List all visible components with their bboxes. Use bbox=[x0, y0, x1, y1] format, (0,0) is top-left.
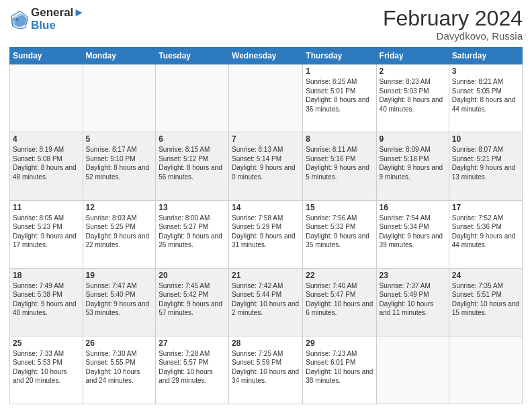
cell-day-number: 12 bbox=[86, 203, 153, 212]
cell-day-number: 21 bbox=[232, 271, 300, 280]
calendar-cell bbox=[10, 64, 83, 132]
calendar-cell: 28Sunrise: 7:25 AM Sunset: 5:59 PM Dayli… bbox=[229, 336, 303, 404]
calendar-cell bbox=[156, 64, 229, 132]
cell-day-number: 14 bbox=[232, 203, 300, 212]
cell-info: Sunrise: 7:45 AM Sunset: 5:42 PM Dayligh… bbox=[159, 281, 226, 318]
cell-info: Sunrise: 8:23 AM Sunset: 5:03 PM Dayligh… bbox=[380, 77, 446, 113]
calendar-cell: 7Sunrise: 8:13 AM Sunset: 5:14 PM Daylig… bbox=[229, 132, 303, 200]
cell-day-number: 28 bbox=[232, 338, 300, 348]
svg-text:GB: GB bbox=[12, 17, 19, 22]
calendar-cell: 23Sunrise: 7:37 AM Sunset: 5:49 PM Dayli… bbox=[376, 268, 449, 336]
calendar-week-5: 25Sunrise: 7:33 AM Sunset: 5:53 PM Dayli… bbox=[10, 336, 523, 404]
calendar-cell: 18Sunrise: 7:49 AM Sunset: 5:38 PM Dayli… bbox=[10, 268, 83, 336]
cell-info: Sunrise: 7:58 AM Sunset: 5:29 PM Dayligh… bbox=[232, 214, 300, 250]
cell-day-number: 16 bbox=[380, 203, 446, 212]
cell-info: Sunrise: 8:09 AM Sunset: 5:18 PM Dayligh… bbox=[380, 145, 446, 181]
cell-day-number: 24 bbox=[452, 271, 519, 280]
calendar-cell bbox=[449, 336, 522, 404]
cell-day-number: 11 bbox=[13, 203, 80, 212]
calendar-cell: 9Sunrise: 8:09 AM Sunset: 5:18 PM Daylig… bbox=[376, 132, 449, 200]
logo-text: General► Blue bbox=[31, 7, 85, 32]
cell-info: Sunrise: 8:07 AM Sunset: 5:21 PM Dayligh… bbox=[452, 145, 519, 181]
calendar-cell: 13Sunrise: 8:00 AM Sunset: 5:27 PM Dayli… bbox=[156, 200, 229, 268]
cell-info: Sunrise: 7:33 AM Sunset: 5:53 PM Dayligh… bbox=[13, 349, 80, 385]
calendar-cell: 15Sunrise: 7:56 AM Sunset: 5:32 PM Dayli… bbox=[303, 200, 376, 268]
cell-day-number: 3 bbox=[452, 66, 519, 76]
cell-day-number: 27 bbox=[159, 338, 226, 348]
calendar-week-2: 4Sunrise: 8:19 AM Sunset: 5:08 PM Daylig… bbox=[10, 132, 523, 200]
calendar-cell: 10Sunrise: 8:07 AM Sunset: 5:21 PM Dayli… bbox=[449, 132, 522, 200]
header-thursday: Thursday bbox=[303, 48, 376, 64]
cell-day-number: 13 bbox=[159, 203, 226, 212]
header-monday: Monday bbox=[83, 48, 156, 64]
cell-day-number: 7 bbox=[232, 134, 300, 144]
calendar-cell: 26Sunrise: 7:30 AM Sunset: 5:55 PM Dayli… bbox=[83, 336, 156, 404]
calendar-cell: 22Sunrise: 7:40 AM Sunset: 5:47 PM Dayli… bbox=[303, 268, 376, 336]
cell-day-number: 23 bbox=[380, 271, 446, 280]
cell-info: Sunrise: 7:56 AM Sunset: 5:32 PM Dayligh… bbox=[306, 214, 373, 250]
cell-day-number: 1 bbox=[306, 66, 373, 76]
cell-info: Sunrise: 7:23 AM Sunset: 6:01 PM Dayligh… bbox=[306, 349, 373, 385]
cell-day-number: 15 bbox=[306, 203, 373, 212]
header: GB General► Blue February 2024 Davydkovo… bbox=[9, 7, 523, 42]
cell-day-number: 26 bbox=[86, 338, 153, 348]
calendar-cell: 3Sunrise: 8:21 AM Sunset: 5:05 PM Daylig… bbox=[449, 64, 522, 132]
logo: GB General► Blue bbox=[9, 7, 85, 32]
calendar-cell: 1Sunrise: 8:25 AM Sunset: 5:01 PM Daylig… bbox=[303, 64, 376, 132]
cell-info: Sunrise: 8:17 AM Sunset: 5:10 PM Dayligh… bbox=[86, 145, 153, 181]
calendar-week-1: 1Sunrise: 8:25 AM Sunset: 5:01 PM Daylig… bbox=[10, 64, 523, 132]
cell-info: Sunrise: 8:13 AM Sunset: 5:14 PM Dayligh… bbox=[232, 145, 300, 181]
cell-info: Sunrise: 7:40 AM Sunset: 5:47 PM Dayligh… bbox=[306, 281, 373, 318]
calendar-cell bbox=[229, 64, 303, 132]
cell-day-number: 20 bbox=[159, 271, 226, 280]
cell-info: Sunrise: 7:35 AM Sunset: 5:51 PM Dayligh… bbox=[452, 281, 519, 318]
calendar-week-4: 18Sunrise: 7:49 AM Sunset: 5:38 PM Dayli… bbox=[10, 268, 523, 336]
calendar-cell: 29Sunrise: 7:23 AM Sunset: 6:01 PM Dayli… bbox=[303, 336, 376, 404]
cell-day-number: 5 bbox=[86, 134, 153, 144]
cell-day-number: 6 bbox=[159, 134, 226, 144]
page: GB General► Blue February 2024 Davydkovo… bbox=[0, 0, 532, 411]
calendar-cell: 24Sunrise: 7:35 AM Sunset: 5:51 PM Dayli… bbox=[449, 268, 522, 336]
cell-day-number: 17 bbox=[452, 203, 519, 212]
calendar-cell: 17Sunrise: 7:52 AM Sunset: 5:36 PM Dayli… bbox=[449, 200, 522, 268]
cell-info: Sunrise: 7:30 AM Sunset: 5:55 PM Dayligh… bbox=[86, 349, 153, 385]
calendar-cell bbox=[376, 336, 449, 404]
calendar-table: Sunday Monday Tuesday Wednesday Thursday… bbox=[9, 47, 523, 404]
header-friday: Friday bbox=[376, 48, 449, 64]
logo-icon: GB bbox=[9, 10, 28, 29]
cell-day-number: 29 bbox=[306, 338, 373, 348]
cell-day-number: 22 bbox=[306, 271, 373, 280]
calendar-cell: 21Sunrise: 7:42 AM Sunset: 5:44 PM Dayli… bbox=[229, 268, 303, 336]
calendar-cell: 14Sunrise: 7:58 AM Sunset: 5:29 PM Dayli… bbox=[229, 200, 303, 268]
cell-info: Sunrise: 8:25 AM Sunset: 5:01 PM Dayligh… bbox=[306, 77, 373, 113]
calendar-cell: 25Sunrise: 7:33 AM Sunset: 5:53 PM Dayli… bbox=[10, 336, 83, 404]
cell-info: Sunrise: 7:25 AM Sunset: 5:59 PM Dayligh… bbox=[232, 349, 300, 385]
cell-day-number: 19 bbox=[86, 271, 153, 280]
cell-day-number: 2 bbox=[380, 66, 446, 76]
cell-info: Sunrise: 7:37 AM Sunset: 5:49 PM Dayligh… bbox=[380, 281, 446, 318]
cell-info: Sunrise: 8:05 AM Sunset: 5:23 PM Dayligh… bbox=[13, 214, 80, 250]
cell-info: Sunrise: 8:15 AM Sunset: 5:12 PM Dayligh… bbox=[159, 145, 226, 181]
calendar-cell: 2Sunrise: 8:23 AM Sunset: 5:03 PM Daylig… bbox=[376, 64, 449, 132]
cell-info: Sunrise: 8:19 AM Sunset: 5:08 PM Dayligh… bbox=[13, 145, 80, 181]
cell-day-number: 9 bbox=[380, 134, 446, 144]
calendar-cell: 8Sunrise: 8:11 AM Sunset: 5:16 PM Daylig… bbox=[303, 132, 376, 200]
calendar-cell: 16Sunrise: 7:54 AM Sunset: 5:34 PM Dayli… bbox=[376, 200, 449, 268]
calendar-cell: 19Sunrise: 7:47 AM Sunset: 5:40 PM Dayli… bbox=[83, 268, 156, 336]
cell-day-number: 4 bbox=[13, 134, 80, 144]
cell-info: Sunrise: 8:00 AM Sunset: 5:27 PM Dayligh… bbox=[159, 214, 226, 250]
calendar-cell: 12Sunrise: 8:03 AM Sunset: 5:25 PM Dayli… bbox=[83, 200, 156, 268]
cell-info: Sunrise: 7:42 AM Sunset: 5:44 PM Dayligh… bbox=[232, 281, 300, 318]
header-saturday: Saturday bbox=[449, 48, 522, 64]
calendar-cell bbox=[83, 64, 156, 132]
calendar-cell: 11Sunrise: 8:05 AM Sunset: 5:23 PM Dayli… bbox=[10, 200, 83, 268]
calendar-cell: 4Sunrise: 8:19 AM Sunset: 5:08 PM Daylig… bbox=[10, 132, 83, 200]
title-block: February 2024 Davydkovo, Russia bbox=[383, 7, 523, 42]
header-sunday: Sunday bbox=[10, 48, 83, 64]
weekday-header-row: Sunday Monday Tuesday Wednesday Thursday… bbox=[10, 48, 523, 64]
cell-day-number: 25 bbox=[13, 338, 80, 348]
cell-info: Sunrise: 7:54 AM Sunset: 5:34 PM Dayligh… bbox=[380, 214, 446, 250]
cell-info: Sunrise: 8:11 AM Sunset: 5:16 PM Dayligh… bbox=[306, 145, 373, 181]
cell-info: Sunrise: 7:52 AM Sunset: 5:36 PM Dayligh… bbox=[452, 214, 519, 250]
month-year: February 2024 bbox=[383, 7, 523, 30]
